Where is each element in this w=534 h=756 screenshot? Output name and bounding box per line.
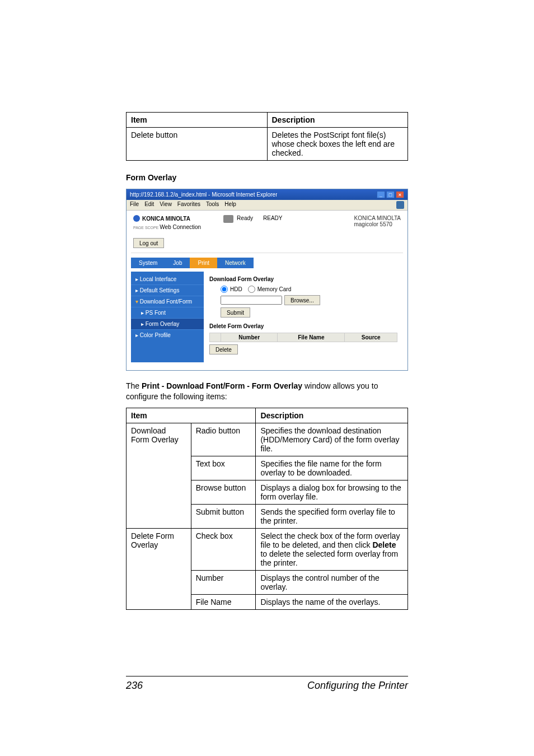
footer-section: Configuring the Printer — [307, 680, 408, 692]
logout-button[interactable]: Log out — [133, 238, 164, 248]
td-desc: Displays the name of the overlays. — [256, 594, 408, 609]
km-right-line2: magicolor 5570 — [354, 221, 401, 227]
tab-system[interactable]: System — [131, 258, 165, 268]
td-group-download: Download Form Overlay — [127, 423, 191, 528]
td-sub: Check box — [191, 528, 256, 570]
ready-status: READY — [263, 215, 282, 221]
menubar: File Edit View Favorites Tools Help — [127, 200, 407, 211]
tab-print[interactable]: Print — [190, 258, 217, 268]
titlebar: http://192.168.1.2/a_index.html - Micros… — [127, 189, 407, 200]
td-sub: Radio button — [191, 423, 256, 456]
menu-tools[interactable]: Tools — [206, 201, 219, 209]
td-desc: Displays a dialog box for browsing to th… — [256, 480, 408, 504]
col-number: Number — [221, 333, 278, 342]
browser-window-screenshot: http://192.168.1.2/a_index.html - Micros… — [126, 189, 408, 371]
td-desc: Select the check box of the form overlay… — [256, 528, 408, 570]
file-input[interactable] — [221, 296, 282, 305]
td-sub: Text box — [191, 456, 256, 480]
sidebar-item-color-profile[interactable]: Color Profile — [131, 329, 204, 340]
td-desc: Specifies the file name for the form ove… — [256, 456, 408, 480]
sidebar-item-form-overlay[interactable]: Form Overlay — [131, 318, 204, 329]
radio-hdd-label: HDD — [230, 286, 242, 292]
browse-button[interactable]: Browse... — [284, 295, 320, 305]
sidebar-item-download-font-form[interactable]: Download Font/Form — [131, 296, 204, 307]
radio-hdd[interactable] — [221, 286, 228, 293]
maximize-button[interactable]: □ — [386, 191, 395, 198]
tabs: System Job Print Network — [131, 258, 403, 268]
sidebar-item-local-interface[interactable]: Local Interface — [131, 274, 204, 284]
td-sub: File Name — [191, 594, 256, 609]
pagescope-label: PAGE SCOPE Web Connection — [133, 224, 201, 230]
td-sub: Submit button — [191, 504, 256, 528]
submit-button[interactable]: Submit — [221, 307, 250, 318]
delete-overlay-table: Number File Name Source — [209, 333, 397, 342]
printer-icon — [223, 215, 233, 223]
form-overlay-items-table: Item Description Download Form Overlay R… — [126, 408, 408, 610]
td-desc: Specifies the download destination (HDD/… — [256, 423, 408, 456]
table-row: Delete Form Overlay Check box Select the… — [127, 528, 408, 570]
col-check — [210, 333, 221, 342]
close-button[interactable]: × — [396, 191, 404, 198]
menu-edit[interactable]: Edit — [144, 201, 154, 209]
th-item2: Item — [127, 408, 256, 423]
ready-label: Ready — [237, 215, 253, 221]
h-download: Download Form Overlay — [209, 276, 397, 282]
delete-button[interactable]: Delete — [209, 344, 238, 354]
page-number: 236 — [126, 680, 143, 692]
menu-help[interactable]: Help — [224, 201, 236, 209]
menu-favorites[interactable]: Favorites — [177, 201, 200, 209]
delete-button-table: Item Description Delete button Deletes t… — [126, 112, 408, 161]
td-sub: Browse button — [191, 480, 256, 504]
th-item: Item — [127, 113, 268, 128]
td-sub: Number — [191, 570, 256, 594]
td-desc: Deletes the PostScript font file(s) whos… — [267, 128, 408, 161]
table-row: Delete button Deletes the PostScript fon… — [127, 128, 408, 161]
menu-view[interactable]: View — [160, 201, 172, 209]
footer: 236 Configuring the Printer — [126, 676, 408, 692]
sidebar-item-default-settings[interactable]: Default Settings — [131, 284, 204, 296]
window-title: http://192.168.1.2/a_index.html - Micros… — [130, 192, 277, 198]
sidebar: Local Interface Default Settings Downloa… — [131, 272, 204, 362]
section-title: Form Overlay — [126, 173, 408, 182]
radio-memory-card[interactable] — [248, 286, 255, 293]
td-desc: Sends the specified form overlay file to… — [256, 504, 408, 528]
brand-logo: KONICA MINOLTA — [133, 215, 201, 222]
ie-logo-icon — [396, 201, 404, 209]
minimize-button[interactable]: _ — [377, 191, 385, 198]
col-filename: File Name — [278, 333, 345, 342]
td-group-delete: Delete Form Overlay — [127, 528, 191, 609]
td-desc: Displays the control number of the overl… — [256, 570, 408, 594]
td-item: Delete button — [127, 128, 268, 161]
sidebar-item-ps-font[interactable]: PS Font — [131, 307, 204, 318]
th-desc2: Description — [256, 408, 408, 423]
km-right-line1: KONICA MINOLTA — [354, 215, 401, 221]
table-row: Download Form Overlay Radio button Speci… — [127, 423, 408, 456]
intro-paragraph: The Print - Download Font/Form - Form Ov… — [126, 381, 408, 402]
col-source: Source — [345, 333, 397, 342]
menu-file[interactable]: File — [130, 201, 139, 209]
h-delete: Delete Form Overlay — [209, 323, 397, 329]
radio-mc-label: Memory Card — [257, 286, 292, 292]
th-desc: Description — [267, 113, 408, 128]
tab-network[interactable]: Network — [217, 258, 254, 268]
tab-job[interactable]: Job — [165, 258, 190, 268]
